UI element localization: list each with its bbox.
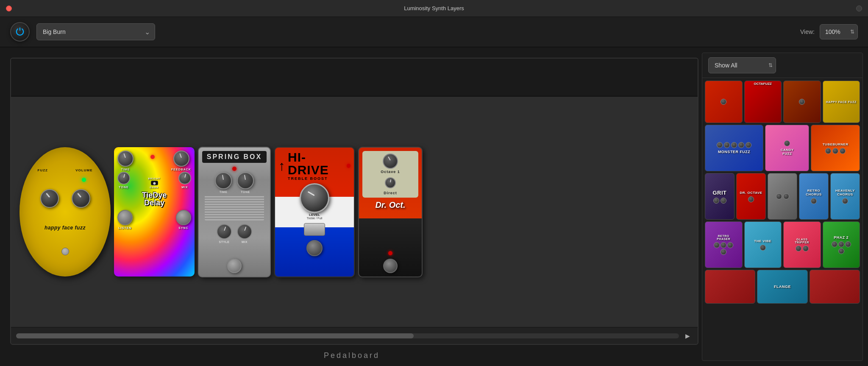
thumb-knob <box>838 241 844 247</box>
dro-knob-panel: Octave 1 Direct <box>362 151 418 198</box>
effect-unknown2[interactable] <box>810 270 860 304</box>
show-all-selector[interactable]: Show All Reverb Delay Distortion Modulat… <box>708 57 776 73</box>
thumb-knob <box>721 198 726 204</box>
tiedye-title: TieDyeDelay <box>142 191 167 207</box>
sync-label: SYNC <box>178 226 188 229</box>
sync-btn-col: SYNC <box>176 210 191 229</box>
thumb-knob <box>717 142 723 148</box>
pedalboard-scrollbar[interactable]: ▶ <box>11 327 698 344</box>
effect-whammy2[interactable] <box>783 81 821 123</box>
springbox-tone-label: TONE <box>241 190 250 193</box>
listen-button[interactable] <box>117 210 133 225</box>
thumb-knob <box>825 148 831 154</box>
hidrive-subtitle: TREBLE BOOST <box>288 176 344 181</box>
effect-white-box[interactable] <box>768 173 797 220</box>
effect-happyface-thumb[interactable]: happy face fuzz <box>823 81 860 123</box>
springbox-time-knob[interactable] <box>215 172 232 189</box>
effect-tube-burner[interactable]: TubeBurner <box>811 125 860 171</box>
thumb-knob <box>799 99 805 105</box>
pedal-dr-octave[interactable]: Octave 1 Direct Dr. Oct. <box>358 147 423 277</box>
feedback-knob[interactable] <box>173 151 189 167</box>
close-button[interactable] <box>6 6 12 11</box>
springbox-tone-knob[interactable] <box>237 172 254 189</box>
springbox-mix-knob[interactable] <box>237 224 252 239</box>
effect-monster-fuzz[interactable]: Monster Fuzz <box>705 125 763 171</box>
effects-row-0: OctaFuzz happy face fuzz <box>705 81 860 123</box>
effect-unknown1[interactable] <box>705 270 755 304</box>
octave1-knob[interactable] <box>383 154 398 169</box>
thumb-knob <box>776 193 782 199</box>
thumb-knob <box>784 140 790 146</box>
hidrive-level-knob[interactable] <box>300 183 329 213</box>
mix-knob[interactable] <box>178 172 191 184</box>
effect-heavenly-chorus[interactable]: HeavenlyChorus <box>830 173 860 220</box>
hidrive-title: HI-DRIVE <box>288 151 344 176</box>
tone-knob[interactable] <box>117 172 130 184</box>
tone-knob-col: TONE <box>117 172 130 189</box>
toolbar-right: View: 100% 75% 125% 150% <box>800 24 858 39</box>
effect-retro-phaser[interactable]: RetroPhaser <box>705 221 743 268</box>
listen-btn-col: LISTEN <box>117 210 133 229</box>
springbox-footswitch[interactable] <box>227 259 242 273</box>
volume-label: VOLUME <box>75 168 92 172</box>
effect-grit[interactable]: GRIT <box>705 173 734 220</box>
pedal-tiedye-delay[interactable]: TIME FEEDBACK <box>114 147 195 277</box>
effects-grid: OctaFuzz happy face fuzz <box>702 78 862 360</box>
hidrive-led <box>347 164 351 168</box>
pedal-spring-box[interactable]: SPRING BOX TIME TONE <box>198 147 271 277</box>
springbox-style-knob[interactable] <box>217 224 232 239</box>
effect-glass-tripper[interactable]: GlassTripper <box>783 221 821 268</box>
fuzz-labels: FUZZ VOLUME <box>38 168 93 172</box>
preset-dropdown[interactable]: Big Burn Bright Clean Heavy <box>36 23 155 40</box>
volume-knob[interactable] <box>72 189 90 208</box>
fuzz-label: FUZZ <box>38 168 48 172</box>
scroll-right-arrow[interactable]: ▶ <box>682 331 693 341</box>
effects-browser-panel: Show All Reverb Delay Distortion Modulat… <box>702 53 863 361</box>
droctave-footswitch[interactable] <box>383 259 398 273</box>
scroll-thumb[interactable] <box>16 333 414 338</box>
effect-phazer-2[interactable]: PHAZ 2 <box>823 221 860 268</box>
effect-flange[interactable]: FLANGE <box>757 270 807 304</box>
hidrive-silver-btn[interactable] <box>304 223 325 236</box>
hidrive-level-label: LEVEL <box>309 213 320 217</box>
show-all-dropdown[interactable]: Show All Reverb Delay Distortion Modulat… <box>708 57 776 73</box>
springbox-top-knobs: TIME TONE <box>215 172 254 193</box>
effect-the-vibe[interactable]: the Vibe <box>744 221 782 268</box>
pedalboard-label: Pedalboard <box>324 351 380 360</box>
fuzz-knob[interactable] <box>40 189 59 208</box>
pedal-happy-face-fuzz[interactable]: FUZZ VOLUME happy face fuzz <box>19 147 111 277</box>
window-title: Luminosity Synth Layers <box>404 5 464 11</box>
thumb-knob <box>840 148 846 154</box>
effect-candy-fuzz[interactable]: CandyFuzz <box>765 125 809 171</box>
direct-knob[interactable] <box>385 177 396 188</box>
effect-whammy1[interactable]: OctaFuzz <box>744 81 782 123</box>
maximize-button[interactable] <box>856 6 862 11</box>
delay-led <box>150 155 155 159</box>
pedal-hi-drive[interactable]: ↑ HI-DRIVE TREBLE BOOST LEVEL Treble / F… <box>274 147 355 277</box>
time-knob-col: TIME <box>117 151 134 171</box>
thumb-knob <box>760 245 766 251</box>
pedal-strip[interactable]: FUZZ VOLUME happy face fuzz <box>11 97 698 327</box>
thumb-knob <box>731 142 737 148</box>
hidrive-footswitch[interactable] <box>306 240 323 256</box>
mix-label: MIX <box>181 186 188 189</box>
power-button[interactable] <box>10 22 30 42</box>
fuzz-knobs[interactable] <box>40 189 90 208</box>
view-selector[interactable]: 100% 75% 125% 150% <box>820 24 858 39</box>
effects-browser-header: Show All Reverb Delay Distortion Modulat… <box>702 53 862 78</box>
thumb-knob <box>721 242 726 248</box>
effect-dr-octave-thumb[interactable]: Dr. Octave <box>736 173 766 220</box>
effects-row-4: FLANGE <box>705 270 860 304</box>
view-dropdown[interactable]: 100% 75% 125% 150% <box>820 24 858 39</box>
bottom-label-bar: Pedalboard <box>5 345 698 366</box>
time-knob[interactable] <box>117 151 134 167</box>
effect-retro-chorus[interactable]: RetroChorus <box>799 173 829 220</box>
effect-octafuzz[interactable] <box>705 81 743 123</box>
sync-button[interactable] <box>176 210 191 225</box>
scroll-track[interactable] <box>16 333 679 338</box>
fuzz-screw <box>61 248 69 255</box>
springbox-bottom-knobs: STYLE MIX <box>217 224 252 243</box>
thumb-knob <box>721 249 726 255</box>
bright-dark-switch[interactable]: ⬤ <box>151 181 158 185</box>
preset-selector[interactable]: Big Burn Bright Clean Heavy <box>36 23 155 40</box>
